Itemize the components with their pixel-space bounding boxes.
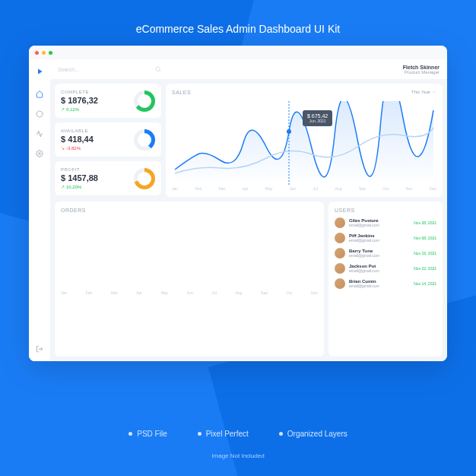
orders-bar-chart (61, 219, 318, 287)
user-row-email: email@gmail.com (349, 238, 410, 243)
avatar (335, 217, 345, 228)
user-row-date: Nov 08, 2021 (414, 236, 436, 240)
svg-point-1 (156, 67, 160, 71)
donut-chart (134, 90, 155, 112)
user-role: Product Manager (403, 70, 440, 75)
bullet-icon (129, 432, 132, 436)
svg-point-0 (39, 153, 41, 155)
user-row-date: Nov 14, 2021 (414, 281, 436, 286)
kpi-card: AVAILABLE$ 418,44↘-3.82% (55, 122, 161, 157)
feature-item: Organized Layers (279, 430, 347, 438)
user-row-date: Nov 28, 2021 (414, 221, 436, 225)
users-title: USERS (335, 208, 436, 213)
orders-x-axis: JanFebMarAprMayJunJulAugSepOctNov (61, 290, 318, 295)
bullet-icon (279, 432, 283, 436)
svg-point-4 (287, 129, 291, 134)
nav-home-icon[interactable] (35, 90, 44, 99)
kpi-label: COMPLETE (61, 90, 98, 94)
kpi-column: COMPLETE$ 1876,32↗0,12%AVAILABLE$ 418,44… (55, 84, 161, 197)
avatar (335, 263, 345, 274)
bullet-icon (198, 432, 202, 436)
avatar (335, 233, 345, 243)
kpi-value: $ 418,44 (61, 135, 94, 144)
donut-chart (134, 129, 155, 151)
kpi-value: $ 1876,32 (61, 96, 98, 105)
kpi-label: PROFIT (61, 167, 98, 172)
kpi-delta: ↘-3.82% (61, 145, 94, 151)
nav-settings-icon[interactable] (35, 149, 44, 158)
search-icon (155, 66, 161, 72)
sales-filter-dropdown[interactable]: This Year (411, 90, 436, 94)
app-window: Search... Fletch Skinner Product Manager… (29, 46, 447, 361)
user-row-email: email@gmail.com (349, 284, 410, 288)
user-row-date: Nov 22, 2021 (414, 266, 436, 271)
minimize-dot[interactable] (42, 51, 46, 55)
logo-icon (35, 65, 44, 79)
promo-features: PSD FilePixel PerfectOrganized Layers (0, 430, 476, 438)
user-row-email: email@gmail.com (349, 268, 410, 273)
promo-footer: Image Not Included (0, 452, 476, 459)
user-row[interactable]: Jackson Potemail@gmail.comNov 22, 2021 (335, 263, 436, 274)
feature-item: Pixel Perfect (198, 430, 249, 438)
topbar: Search... Fletch Skinner Product Manager (50, 59, 447, 79)
chart-tooltip: $ 675,42 Jun, 2021 (303, 110, 332, 126)
user-row[interactable]: Barry Toneemail@gmail.comNov 19, 2021 (335, 248, 436, 259)
user-name: Fletch Skinner (403, 65, 440, 70)
sales-card: SALES This Year (166, 84, 443, 197)
kpi-card: PROFIT$ 1457,88↗10,20% (55, 161, 161, 195)
users-card: USERS Giles Postureemail@gmail.comNov 28… (328, 202, 443, 357)
chevron-down-icon (432, 90, 436, 94)
donut-chart (134, 168, 155, 189)
nav-analytics-icon[interactable] (35, 129, 44, 138)
user-row[interactable]: Giles Postureemail@gmail.comNov 28, 2021 (335, 217, 436, 228)
user-row-date: Nov 19, 2021 (414, 251, 436, 255)
avatar (335, 278, 345, 289)
sidebar (29, 59, 50, 361)
user-row-email: email@gmail.com (349, 223, 410, 227)
user-row[interactable]: Piff Jenkinsemail@gmail.comNov 08, 2021 (335, 233, 436, 243)
search-placeholder: Search... (58, 67, 79, 72)
kpi-label: AVAILABLE (61, 129, 94, 133)
user-row-email: email@gmail.com (349, 253, 410, 258)
kpi-delta: ↗10,20% (61, 184, 98, 189)
window-titlebar (29, 46, 447, 59)
sales-x-axis: JanFebMarAprMayJunJulAugSepOctNovDec (172, 186, 436, 191)
orders-title: ORDERS (61, 208, 318, 213)
feature-item: PSD File (129, 430, 167, 438)
maximize-dot[interactable] (49, 51, 52, 55)
kpi-delta: ↗0,12% (61, 106, 98, 112)
logout-icon[interactable] (35, 344, 44, 354)
svg-line-2 (160, 71, 160, 71)
kpi-card: COMPLETE$ 1876,32↗0,12% (55, 84, 161, 118)
kpi-value: $ 1457,88 (61, 173, 98, 182)
search-input[interactable]: Search... (58, 66, 161, 72)
promo-title: eCommerce Sales Admin Dashboard UI Kit (0, 23, 476, 35)
sales-title: SALES (172, 90, 436, 95)
user-row[interactable]: Brian Cuminemail@gmail.comNov 14, 2021 (335, 278, 436, 289)
sales-line-chart: $ 675,42 Jun, 2021 (172, 101, 436, 185)
close-dot[interactable] (35, 51, 39, 55)
user-profile[interactable]: Fletch Skinner Product Manager (403, 65, 440, 75)
nav-cube-icon[interactable] (35, 109, 44, 119)
orders-card: ORDERS JanFebMarAprMayJunJulAugSepOctNov (55, 202, 324, 357)
avatar (335, 248, 345, 259)
users-list: Giles Postureemail@gmail.comNov 28, 2021… (335, 217, 436, 289)
